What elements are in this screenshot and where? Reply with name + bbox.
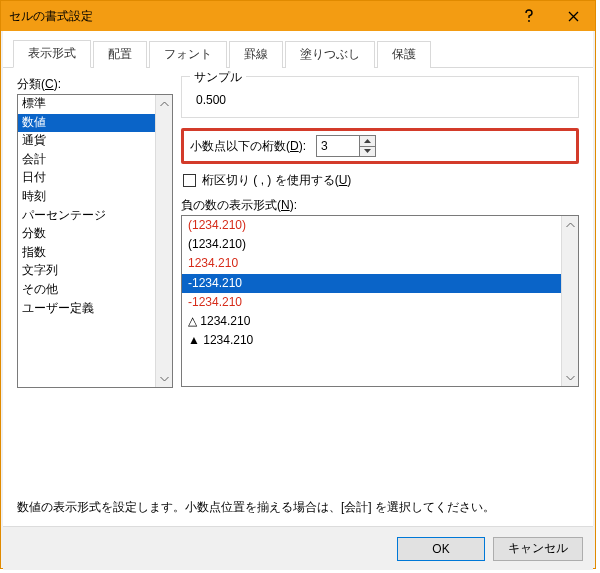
- category-item[interactable]: ユーザー定義: [18, 300, 155, 319]
- negative-format-item[interactable]: -1234.210: [182, 293, 561, 312]
- chevron-down-icon: [566, 375, 575, 381]
- spinner-up-button[interactable]: [360, 136, 375, 146]
- scroll-track[interactable]: [156, 112, 172, 370]
- category-item[interactable]: その他: [18, 281, 155, 300]
- svg-point-0: [528, 20, 530, 22]
- tab-border[interactable]: 罫線: [229, 41, 283, 68]
- sample-label: サンプル: [190, 69, 246, 86]
- format-cells-dialog: セルの書式設定 表示形式 配置 フォント 罫線 塗りつぶし 保護 分類(C):: [0, 0, 596, 569]
- cancel-button[interactable]: キャンセル: [493, 537, 583, 561]
- spinner-down-button[interactable]: [360, 146, 375, 157]
- category-label: 分類(C):: [17, 76, 173, 93]
- negative-format-listbox[interactable]: (1234.210)(1234.210)1234.210-1234.210-12…: [181, 215, 579, 387]
- tab-protect[interactable]: 保護: [377, 41, 431, 68]
- negative-format-item[interactable]: △ 1234.210: [182, 312, 561, 331]
- category-item[interactable]: 標準: [18, 95, 155, 114]
- category-item[interactable]: 文字列: [18, 262, 155, 281]
- category-listbox[interactable]: 標準数値通貨会計日付時刻パーセンテージ分数指数文字列その他ユーザー定義: [17, 94, 173, 388]
- scroll-up-button[interactable]: [562, 216, 578, 233]
- scroll-track[interactable]: [562, 233, 578, 369]
- negative-scrollbar[interactable]: [561, 216, 578, 386]
- scroll-down-button[interactable]: [562, 369, 578, 386]
- negative-format-item[interactable]: -1234.210: [182, 274, 561, 293]
- category-item[interactable]: 会計: [18, 151, 155, 170]
- tab-display-format[interactable]: 表示形式: [13, 40, 91, 68]
- negative-format-item[interactable]: (1234.210): [182, 216, 561, 235]
- tab-content: 分類(C): 標準数値通貨会計日付時刻パーセンテージ分数指数文字列その他ユーザー…: [3, 68, 593, 526]
- negative-format-label: 負の数の表示形式(N):: [181, 197, 579, 214]
- category-scrollbar[interactable]: [155, 95, 172, 387]
- category-item[interactable]: 通貨: [18, 132, 155, 151]
- category-item[interactable]: 時刻: [18, 188, 155, 207]
- tab-strip: 表示形式 配置 フォント 罫線 塗りつぶし 保護: [3, 31, 593, 68]
- chevron-down-icon: [364, 149, 371, 153]
- tab-alignment[interactable]: 配置: [93, 41, 147, 68]
- close-button[interactable]: [551, 1, 595, 31]
- format-hint-text: 数値の表示形式を設定します。小数点位置を揃える場合は、[会計] を選択してくださ…: [17, 499, 579, 516]
- chevron-up-icon: [566, 222, 575, 228]
- help-icon: [524, 9, 534, 23]
- scroll-up-button[interactable]: [156, 95, 172, 112]
- chevron-up-icon: [364, 139, 371, 143]
- sample-value: 0.500: [190, 93, 570, 107]
- close-icon: [568, 11, 579, 22]
- category-item[interactable]: 指数: [18, 244, 155, 263]
- category-item[interactable]: 数値: [18, 114, 155, 133]
- ok-button[interactable]: OK: [397, 537, 485, 561]
- category-item[interactable]: 日付: [18, 169, 155, 188]
- thousands-separator-label: 桁区切り ( , ) を使用する(U): [202, 172, 351, 189]
- decimals-spinner[interactable]: [316, 135, 376, 157]
- negative-format-item[interactable]: 1234.210: [182, 254, 561, 273]
- category-item[interactable]: 分数: [18, 225, 155, 244]
- decimals-row-highlighted: 小数点以下の桁数(D):: [181, 128, 579, 164]
- help-button[interactable]: [507, 1, 551, 31]
- tab-font[interactable]: フォント: [149, 41, 227, 68]
- category-item[interactable]: パーセンテージ: [18, 207, 155, 226]
- decimals-label: 小数点以下の桁数(D):: [190, 138, 306, 155]
- negative-format-item[interactable]: ▲ 1234.210: [182, 331, 561, 350]
- chevron-up-icon: [160, 101, 169, 107]
- negative-format-item[interactable]: (1234.210): [182, 235, 561, 254]
- chevron-down-icon: [160, 376, 169, 382]
- scroll-down-button[interactable]: [156, 370, 172, 387]
- dialog-footer: OK キャンセル: [3, 526, 593, 570]
- sample-group: サンプル 0.500: [181, 76, 579, 118]
- thousands-separator-row[interactable]: 桁区切り ( , ) を使用する(U): [181, 172, 579, 189]
- decimals-input[interactable]: [317, 136, 359, 156]
- window-title: セルの書式設定: [1, 8, 507, 25]
- thousands-separator-checkbox[interactable]: [183, 174, 196, 187]
- titlebar[interactable]: セルの書式設定: [1, 1, 595, 31]
- tab-fill[interactable]: 塗りつぶし: [285, 41, 375, 68]
